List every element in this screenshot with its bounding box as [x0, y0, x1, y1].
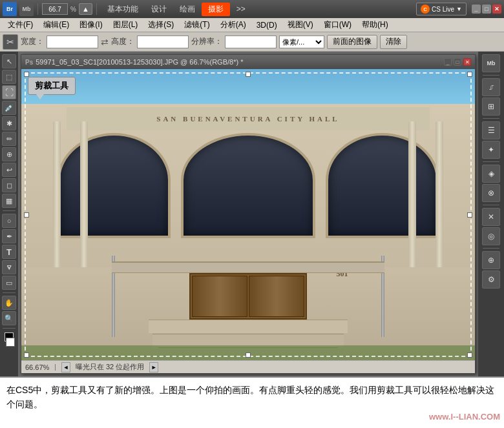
right-tool-1[interactable]: Mb [482, 54, 500, 72]
menu-3d[interactable]: 3D(D) [251, 19, 282, 31]
color-swatches[interactable] [3, 332, 15, 347]
menu-file[interactable]: 文件(F) [3, 18, 38, 32]
building-inscription-area: SAN BUENAVENTURA CITY HALL [67, 107, 430, 130]
width-label: 宽度： [21, 36, 44, 47]
greenery [21, 345, 475, 360]
status-nav-left[interactable]: ◄ [61, 362, 70, 372]
dodge-tool-btn[interactable]: ○ [2, 214, 16, 228]
cslive-btn[interactable]: C CS Live ▼ [416, 3, 467, 15]
right-tool-11[interactable]: ⚙ [482, 270, 500, 289]
resolution-label: 分辨率： [191, 36, 222, 47]
menu-analysis[interactable]: 分析(A) [215, 18, 251, 32]
brush-tool-btn[interactable]: ✏ [2, 132, 16, 146]
text-tool-btn[interactable]: T [2, 245, 16, 259]
stamp-tool-btn[interactable]: ⊕ [2, 147, 16, 161]
unit-select[interactable]: 像素/... [279, 36, 324, 48]
right-tool-7[interactable]: ⊗ [482, 184, 500, 202]
maximize-btn[interactable]: □ [482, 5, 491, 14]
nav-tab-more[interactable]: >> [230, 3, 252, 15]
nav-tab-sheji[interactable]: 设计 [145, 3, 173, 16]
tool-separator-1 [3, 210, 16, 211]
right-tools-panel: Mb ⎎ ⊞ ☰ ✦ ◈ ⊗ ✕ ◎ ⊕ ⚙ [478, 52, 504, 376]
status-nav-right[interactable]: ► [149, 362, 158, 372]
left-tools-panel: ↖ ⬚ ⛶ 💉 ✱ ✏ ⊕ ↩ ◻ ▦ ○ ✒ T ⛛ ▭ ✋ 🔍 [0, 52, 18, 376]
background-color[interactable] [6, 338, 15, 347]
menu-edit[interactable]: 编辑(E) [38, 18, 74, 32]
marquee-tool-btn[interactable]: ⬚ [2, 70, 16, 84]
minimize-btn[interactable]: _ [472, 5, 481, 14]
height-label: 高度： [111, 36, 134, 47]
menu-bar: 文件(F) 编辑(E) 图像(I) 图层(L) 选择(S) 滤镜(T) 分析(A… [0, 18, 504, 32]
right-tool-6[interactable]: ◈ [482, 165, 500, 183]
right-tool-10[interactable]: ⊕ [482, 251, 500, 269]
zoom-tool-btn[interactable]: 🔍 [2, 311, 16, 325]
width-input[interactable] [47, 36, 98, 48]
tool-separator-3 [3, 328, 16, 329]
document-title: 59971_05_03_SC1[20100513-1253030].JPG @ … [36, 58, 441, 66]
gradient-tool-btn[interactable]: ▦ [2, 194, 16, 208]
step-2 [152, 334, 344, 347]
eraser-tool-btn[interactable]: ◻ [2, 178, 16, 192]
door-panel-right [249, 276, 304, 317]
doc-minimize-btn[interactable]: _ [444, 58, 452, 66]
right-tool-8[interactable]: ✕ [482, 208, 500, 226]
eyedropper-tool-btn[interactable]: 💉 [2, 101, 16, 115]
zoom-in-btn[interactable]: ▲ [79, 3, 92, 15]
ps-icon: Ps [25, 59, 33, 66]
height-input[interactable] [137, 36, 189, 48]
cs-icon: C [421, 5, 430, 14]
step-1 [149, 320, 348, 333]
menu-image[interactable]: 图像(I) [74, 18, 107, 32]
right-separator-3 [483, 161, 499, 162]
menu-help[interactable]: 帮助(H) [357, 18, 394, 32]
right-tool-2[interactable]: ⎎ [482, 78, 500, 96]
nav-tab-huihua[interactable]: 绘画 [173, 3, 202, 16]
menu-select[interactable]: 选择(S) [143, 18, 179, 32]
right-tool-9[interactable]: ◎ [482, 227, 500, 245]
right-tool-4[interactable]: ☰ [482, 121, 500, 139]
crop-tooltip: 剪裁工具 [28, 77, 76, 95]
hand-tool-btn[interactable]: ✋ [2, 296, 16, 310]
shape-tool-btn[interactable]: ▭ [2, 276, 16, 290]
swap-icon[interactable]: ⇄ [101, 37, 109, 47]
heal-tool-btn[interactable]: ✱ [2, 116, 16, 130]
top-bar: Br Mb % ▲ 基本功能 设计 绘画 摄影 >> C CS Live ▼ _… [0, 0, 504, 18]
nav-tab-jiben[interactable]: 基本功能 [101, 3, 145, 16]
right-tool-3[interactable]: ⊞ [482, 97, 500, 116]
right-separator-4 [483, 205, 499, 205]
nav-tab-sheying[interactable]: 摄影 [202, 3, 230, 16]
minibrdige-icon[interactable]: Mb [19, 2, 34, 16]
watermark: www.l--LIAN.COM [429, 411, 500, 424]
menu-layer[interactable]: 图层(L) [108, 18, 143, 32]
bridge-icon[interactable]: Br [3, 2, 17, 16]
document-titlebar: Ps 59971_05_03_SC1[20100513-1253030].JPG… [21, 55, 475, 69]
tool-icon[interactable]: ✂ [3, 34, 18, 50]
menu-view[interactable]: 视图(V) [282, 18, 319, 32]
pen-tool-btn[interactable]: ✒ [2, 229, 16, 243]
column-4 [436, 121, 443, 273]
menu-window[interactable]: 窗口(W) [319, 18, 357, 32]
canvas-area: Ps 59971_05_03_SC1[20100513-1253030].JPG… [18, 52, 478, 376]
history-brush-btn[interactable]: ↩ [2, 163, 16, 177]
resolution-input[interactable] [225, 36, 277, 48]
crop-tool-btn[interactable]: ⛶ [2, 85, 16, 99]
building-photo: SAN BUENAVENTURA CITY HALL [21, 69, 475, 360]
front-image-btn[interactable]: 前面的图像 [327, 35, 377, 49]
column-2 [80, 121, 88, 273]
move-tool-btn[interactable]: ↖ [2, 54, 16, 68]
column-3 [408, 121, 416, 273]
options-toolbar: ✂ 宽度： ⇄ 高度： 分辨率： 像素/... 前面的图像 清除 [0, 32, 504, 52]
close-btn[interactable]: ✕ [492, 5, 501, 14]
arch-window-center [181, 133, 315, 238]
bottom-text-content: 在CS5中，剪裁工具又有了新的增强。上图是一个仰拍的画面。有点脚重头轻的感觉。我… [6, 385, 494, 409]
bottom-text-area: 在CS5中，剪裁工具又有了新的增强。上图是一个仰拍的画面。有点脚重头轻的感觉。我… [0, 376, 504, 428]
menu-filter[interactable]: 滤镜(T) [179, 18, 215, 32]
window-controls: _ □ ✕ [472, 5, 501, 14]
doc-maximize-btn[interactable]: □ [454, 58, 461, 66]
right-tool-5[interactable]: ✦ [482, 141, 500, 159]
clear-btn[interactable]: 清除 [380, 35, 407, 49]
doc-close-btn[interactable]: ✕ [463, 58, 471, 66]
zoom-input[interactable] [42, 3, 68, 15]
path-select-btn[interactable]: ⛛ [2, 260, 16, 274]
tool-separator-2 [3, 292, 16, 293]
